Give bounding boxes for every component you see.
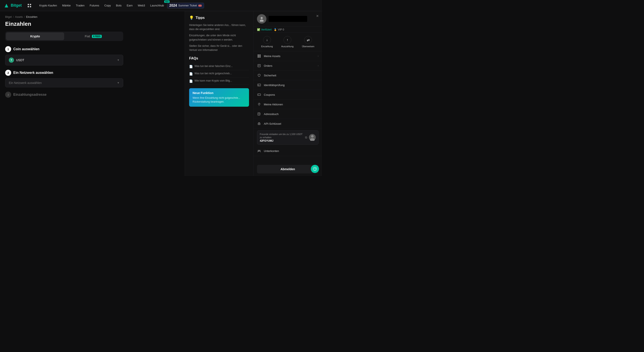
identity-icon bbox=[257, 83, 261, 87]
verified-label: Verifiziert bbox=[261, 28, 272, 31]
deposit-icon: ↓ bbox=[263, 36, 271, 44]
assets-label: Meine Assets bbox=[264, 54, 315, 58]
coupons-label: Coupons bbox=[264, 93, 318, 96]
faqs-section: FAQs 📄 Was tun bei einer falschen Einz..… bbox=[189, 56, 249, 85]
svg-point-29 bbox=[310, 138, 315, 141]
faq-text-3: Wie kann man Krypto vom Bitg... bbox=[194, 79, 232, 82]
close-button[interactable]: ✕ bbox=[314, 13, 320, 19]
quick-action-ueberweisen[interactable]: ⇄ Überweisen bbox=[302, 36, 314, 48]
nav-web3[interactable]: Web3 bbox=[136, 2, 147, 8]
verified-icon: ✅ bbox=[257, 28, 260, 31]
support-button[interactable] bbox=[311, 165, 319, 173]
new-function-title: Neue Funktion bbox=[192, 91, 246, 95]
svg-rect-26 bbox=[258, 123, 260, 125]
network-dropdown[interactable]: Ein Netzwerk auswählen ▼ bbox=[5, 78, 123, 87]
logout-button[interactable]: Abmelden bbox=[257, 165, 318, 174]
step1-circle: 1 bbox=[5, 46, 11, 52]
coin-dropdown[interactable]: T USDT ▼ bbox=[5, 55, 123, 66]
grid-icon[interactable] bbox=[26, 2, 33, 9]
svg-point-27 bbox=[259, 124, 259, 124]
referral-code: 42FGYUMJ bbox=[260, 139, 303, 142]
quick-actions: ↓ Einzahlung ↑ Auszahlung ⇄ Überweisen bbox=[254, 32, 322, 51]
coupons-icon bbox=[257, 92, 261, 97]
svg-rect-9 bbox=[259, 54, 260, 56]
menu-item-coupons[interactable]: Coupons bbox=[254, 90, 322, 100]
page-title: Einzahlen bbox=[5, 20, 180, 27]
menu-item-sicherheit[interactable]: Sicherheit bbox=[254, 70, 322, 80]
referral-box: Freunde einladen um bis zu 1,530 USDT zu… bbox=[257, 130, 318, 145]
nav-bots[interactable]: Bots bbox=[114, 2, 124, 8]
svg-point-28 bbox=[311, 135, 314, 138]
faqs-title: FAQs bbox=[189, 56, 249, 60]
step1-title: Coin auswählen bbox=[13, 47, 40, 51]
svg-rect-10 bbox=[258, 56, 259, 58]
verified-badges: ✅ Verifiziert 🏅 VIP 0 bbox=[254, 27, 322, 32]
step1-header: 1 Coin auswählen bbox=[5, 46, 123, 52]
usdt-icon: T bbox=[9, 58, 14, 63]
nav-krypto-kaufen[interactable]: Krypto Kaufen bbox=[37, 2, 59, 8]
new-function-text: Wenn Ihre Einzahlung nicht gutgeschrie..… bbox=[192, 96, 246, 104]
tips-panel: 💡 Tipps Hinterlegen Sie keine anderen As… bbox=[184, 11, 253, 176]
avatar-hidden-name bbox=[268, 16, 307, 22]
nav-copy[interactable]: Copy bbox=[102, 2, 113, 8]
bulb-icon: 💡 bbox=[189, 16, 194, 20]
transfer-label: Überweisen bbox=[302, 45, 314, 48]
tab-fiat[interactable]: Fiat 0 FEES bbox=[64, 32, 122, 40]
menu-item-assets[interactable]: Meine Assets › bbox=[254, 51, 322, 61]
summer-ticket[interactable]: 2024 Summer Ticket 🎟️ bbox=[167, 2, 204, 8]
svg-rect-21 bbox=[258, 113, 260, 115]
tip1: Hinterlegen Sie keine anderen Ass... füh… bbox=[189, 23, 249, 31]
svg-point-7 bbox=[260, 20, 264, 22]
api-label: API-Schlüssel bbox=[264, 122, 318, 125]
copy-icon[interactable]: ⧉ bbox=[305, 136, 307, 139]
svg-point-30 bbox=[258, 150, 259, 151]
nav-maerkte[interactable]: Märkte bbox=[60, 2, 73, 8]
deposit-label: Einzahlung bbox=[261, 45, 273, 48]
faq-item-2[interactable]: 📄 Was tun bei nicht gutgeschrieb... bbox=[189, 70, 249, 78]
tab-krypto[interactable]: Krypto bbox=[6, 32, 64, 40]
nav-earn[interactable]: Earn bbox=[124, 2, 134, 8]
nav-launchhub[interactable]: Launchhub New bbox=[148, 2, 166, 8]
menu-item-api[interactable]: API-Schlüssel bbox=[254, 119, 322, 128]
network-section: 2 Ein Netzwerk auswählen Ein Netzwerk au… bbox=[5, 70, 123, 87]
menu-item-unterkonten[interactable]: Unterkonten bbox=[254, 146, 322, 156]
user-info bbox=[254, 11, 322, 27]
breadcrumb-current: Einzahlen bbox=[26, 16, 37, 18]
breadcrumb: Bitget / Assets / Einzahlen bbox=[5, 16, 180, 18]
nav-futures[interactable]: Futures bbox=[88, 2, 101, 8]
step3-title: Einzahlungsadresse bbox=[13, 93, 46, 96]
aktionen-label: Meine Aktionen bbox=[264, 103, 318, 106]
menu-item-adressbuch[interactable]: Adressbuch bbox=[254, 109, 322, 119]
withdraw-label: Auszahlung bbox=[281, 45, 294, 48]
quick-action-einzahlung[interactable]: ↓ Einzahlung bbox=[261, 36, 273, 48]
step3-header: 3 Einzahlungsadresse bbox=[5, 92, 123, 98]
svg-rect-18 bbox=[258, 94, 260, 96]
nav-traden[interactable]: Traden bbox=[74, 2, 87, 8]
logo[interactable]: Bitget bbox=[4, 2, 22, 8]
avatar bbox=[257, 14, 266, 24]
breadcrumb-bitget[interactable]: Bitget bbox=[5, 16, 12, 18]
faq-item-1[interactable]: 📄 Was tun bei einer falschen Einz... bbox=[189, 63, 249, 70]
menu-item-identity[interactable]: Identitätsprüfung bbox=[254, 80, 322, 90]
menu-item-aktionen[interactable]: Meine Aktionen bbox=[254, 100, 322, 109]
logo-text: Bitget bbox=[11, 3, 22, 8]
new-function-banner: Neue Funktion Wenn Ihre Einzahlung nicht… bbox=[189, 88, 249, 107]
security-icon bbox=[257, 73, 261, 78]
main-layout: Bitget / Assets / Einzahlen Einzahlen Kr… bbox=[0, 11, 322, 176]
svg-rect-2 bbox=[28, 4, 29, 5]
quick-action-auszahlung[interactable]: ↑ Auszahlung bbox=[281, 36, 294, 48]
svg-rect-11 bbox=[259, 56, 260, 58]
step2-title: Ein Netzwerk auswählen bbox=[13, 71, 53, 75]
svg-rect-8 bbox=[258, 54, 259, 56]
step2-circle: 2 bbox=[5, 70, 11, 76]
menu-item-orders[interactable]: Orders › bbox=[254, 61, 322, 70]
breadcrumb-assets[interactable]: Assets bbox=[15, 16, 23, 18]
coin-section: 1 Coin auswählen T USDT ▼ bbox=[5, 46, 123, 66]
verified-badge: ✅ Verifiziert bbox=[257, 28, 272, 31]
breadcrumb-sep2: / bbox=[24, 16, 25, 18]
content-area: Bitget / Assets / Einzahlen Einzahlen Kr… bbox=[0, 11, 184, 176]
svg-rect-5 bbox=[30, 6, 31, 7]
faq-item-3[interactable]: 📄 Wie kann man Krypto vom Bitg... bbox=[189, 78, 249, 85]
nav-links: Krypto Kaufen Märkte Traden Futures Copy… bbox=[37, 2, 318, 8]
faq-text-1: Was tun bei einer falschen Einz... bbox=[194, 64, 233, 68]
